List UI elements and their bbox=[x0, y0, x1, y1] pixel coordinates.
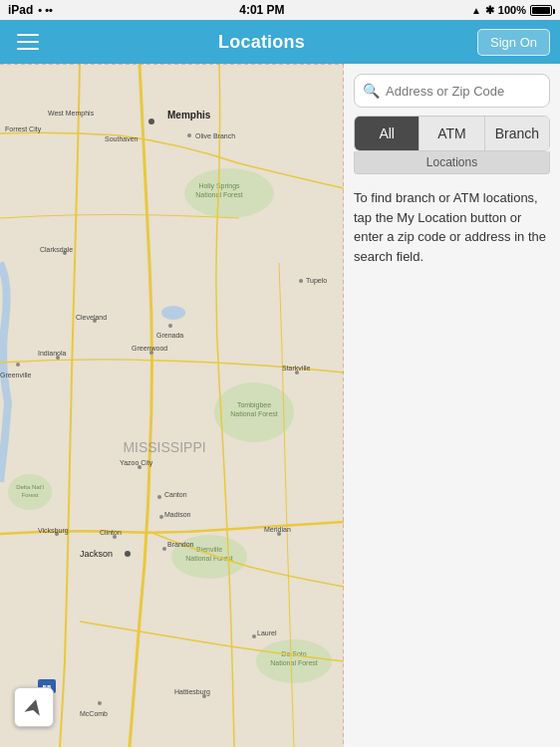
map-svg: Holly Springs National Forest Tombigbee … bbox=[0, 64, 344, 747]
menu-button[interactable] bbox=[10, 24, 46, 60]
svg-text:Southaven: Southaven bbox=[105, 135, 139, 142]
signin-button[interactable]: Sign On bbox=[477, 29, 550, 56]
svg-text:Madison: Madison bbox=[164, 511, 191, 518]
search-icon: 🔍 bbox=[363, 83, 380, 99]
locations-tab-label: Locations bbox=[426, 155, 477, 169]
hamburger-line-1 bbox=[17, 34, 39, 36]
svg-point-52 bbox=[162, 547, 166, 551]
svg-text:Clarksdale: Clarksdale bbox=[40, 246, 73, 253]
svg-text:Bienville: Bienville bbox=[196, 546, 222, 553]
time-label: 4:01 PM bbox=[239, 3, 284, 17]
filter-all-button[interactable]: All bbox=[355, 117, 420, 150]
status-right: ▲ ✱ 100% bbox=[471, 4, 552, 17]
hamburger-line-2 bbox=[17, 41, 39, 43]
svg-text:Vicksburg: Vicksburg bbox=[38, 527, 69, 535]
svg-text:Meridian: Meridian bbox=[264, 526, 291, 533]
filter-atm-button[interactable]: ATM bbox=[420, 117, 484, 150]
svg-text:National Forest: National Forest bbox=[270, 659, 318, 666]
status-bar: iPad • •• 4:01 PM ▲ ✱ 100% bbox=[0, 0, 560, 20]
filter-row: All ATM Branch bbox=[354, 116, 550, 151]
filter-branch-button[interactable]: Branch bbox=[485, 117, 549, 150]
svg-text:Yazoo City: Yazoo City bbox=[120, 459, 153, 467]
main-layout: Holly Springs National Forest Tombigbee … bbox=[0, 64, 560, 747]
svg-point-56 bbox=[252, 634, 256, 638]
hamburger-line-3 bbox=[17, 48, 39, 50]
svg-text:Greenville: Greenville bbox=[0, 372, 32, 378]
svg-text:Memphis: Memphis bbox=[167, 110, 211, 121]
svg-text:Jackson: Jackson bbox=[80, 549, 113, 559]
svg-text:Clinton: Clinton bbox=[100, 529, 122, 536]
svg-text:National Forest: National Forest bbox=[185, 555, 233, 562]
svg-text:Brandon: Brandon bbox=[167, 541, 194, 548]
bluetooth-icon: ✱ bbox=[485, 4, 494, 17]
info-text: To find branch or ATM locations, tap the… bbox=[354, 188, 550, 266]
location-arrow-icon bbox=[24, 697, 44, 717]
svg-text:Grenada: Grenada bbox=[156, 332, 183, 339]
search-input[interactable] bbox=[386, 84, 553, 99]
svg-text:McComb: McComb bbox=[80, 710, 108, 717]
locations-tab[interactable]: Locations bbox=[354, 151, 550, 174]
battery-icon bbox=[530, 5, 552, 16]
svg-text:Olive Branch: Olive Branch bbox=[195, 132, 235, 139]
svg-point-32 bbox=[168, 324, 172, 328]
status-left: iPad • •• bbox=[8, 3, 53, 17]
svg-text:Delta Nat'l: Delta Nat'l bbox=[16, 484, 44, 490]
svg-text:West Memphis: West Memphis bbox=[48, 110, 95, 118]
my-location-button[interactable] bbox=[14, 687, 54, 727]
svg-text:Greenwood: Greenwood bbox=[132, 345, 167, 352]
svg-point-16 bbox=[161, 306, 185, 320]
page-title: Locations bbox=[218, 32, 305, 53]
svg-point-22 bbox=[187, 133, 191, 137]
wifi-icon: • •• bbox=[38, 4, 53, 16]
nav-bar: Locations Sign On bbox=[0, 20, 560, 64]
device-label: iPad bbox=[8, 3, 33, 17]
svg-text:MISSISSIPPI: MISSISSIPPI bbox=[123, 439, 205, 455]
svg-text:Cleveland: Cleveland bbox=[76, 314, 107, 321]
location-arrow-icon: ▲ bbox=[471, 5, 481, 16]
svg-marker-69 bbox=[24, 697, 43, 716]
search-bar: 🔍 bbox=[354, 74, 550, 108]
battery-pct-label: 100% bbox=[498, 4, 526, 16]
svg-text:Starkville: Starkville bbox=[282, 365, 311, 372]
svg-text:Forest: Forest bbox=[21, 492, 38, 498]
svg-text:National Forest: National Forest bbox=[230, 410, 278, 417]
svg-point-44 bbox=[159, 515, 163, 519]
svg-point-17 bbox=[148, 119, 154, 124]
map-area: Holly Springs National Forest Tombigbee … bbox=[0, 64, 344, 747]
svg-point-42 bbox=[157, 495, 161, 499]
svg-text:Tombigbee: Tombigbee bbox=[237, 401, 271, 409]
svg-text:Canton: Canton bbox=[164, 491, 187, 498]
svg-point-36 bbox=[299, 279, 303, 283]
svg-text:Indianola: Indianola bbox=[38, 350, 67, 357]
svg-point-26 bbox=[16, 363, 20, 367]
svg-text:Tupelo: Tupelo bbox=[306, 277, 327, 285]
right-panel: 🔍 All ATM Branch Locations To find branc… bbox=[344, 64, 560, 747]
svg-text:Forrest City: Forrest City bbox=[5, 125, 42, 133]
svg-point-50 bbox=[125, 551, 131, 557]
svg-text:Laurel: Laurel bbox=[257, 629, 277, 636]
svg-point-60 bbox=[98, 701, 102, 705]
svg-text:Hattiesburg: Hattiesburg bbox=[174, 688, 210, 696]
